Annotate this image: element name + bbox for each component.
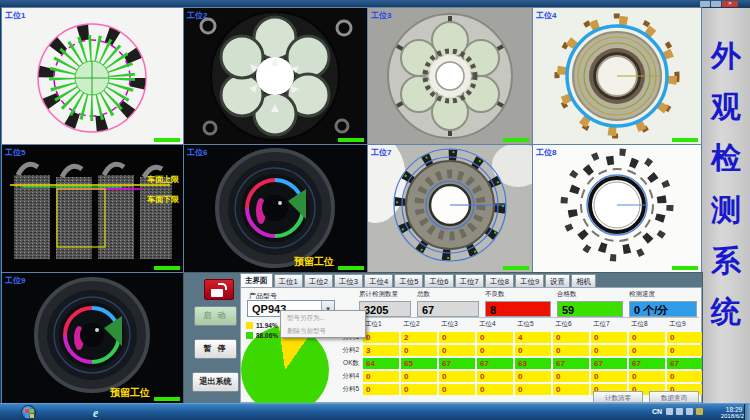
app-title-char: 系 bbox=[711, 246, 741, 276]
table-cell: 0 bbox=[591, 332, 627, 343]
status-bar-green bbox=[338, 266, 364, 270]
windows-flag-icon bbox=[25, 409, 29, 413]
start-button[interactable]: 启 动 bbox=[194, 306, 237, 326]
stat-label: 不良数 bbox=[485, 290, 551, 299]
camera-view-station6[interactable]: 工位6 预留工位 bbox=[184, 145, 367, 272]
app-title-char: 检 bbox=[711, 143, 741, 173]
station-label: 工位2 bbox=[187, 10, 207, 21]
status-bar-green bbox=[338, 138, 364, 142]
status-bar-green bbox=[154, 397, 180, 401]
table-cell: 0 bbox=[591, 371, 627, 382]
tab-相机[interactable]: 相机 bbox=[571, 274, 596, 287]
stat-4: 检测速度0 个/分 bbox=[629, 290, 697, 317]
status-bar-green bbox=[672, 138, 698, 142]
control-panel: 启 动 暂 停 退出系统 主界面工位1工位2工位3工位4工位5工位6工位7工位8… bbox=[184, 273, 702, 403]
table-cell: 0 bbox=[439, 332, 475, 343]
windows-flag-icon bbox=[25, 414, 29, 418]
tab-工位6[interactable]: 工位6 bbox=[424, 274, 453, 287]
column-header: 工位2 bbox=[401, 320, 437, 329]
lock-body-icon bbox=[211, 289, 223, 297]
language-indicator[interactable]: CN bbox=[652, 408, 662, 415]
table-cell: 0 bbox=[439, 384, 475, 395]
column-header: 工位1 bbox=[363, 320, 399, 329]
exit-system-button[interactable]: 退出系统 bbox=[192, 372, 239, 392]
camera-view-station7[interactable]: 工位7 bbox=[368, 145, 532, 272]
tab-工位2[interactable]: 工位2 bbox=[304, 274, 333, 287]
tray-icon[interactable] bbox=[686, 408, 693, 415]
column-header: 工位8 bbox=[629, 320, 665, 329]
clear-count-button[interactable]: 计数清零 bbox=[593, 391, 643, 403]
table-cell: 0 bbox=[363, 332, 399, 343]
camera-view-station4[interactable]: 工位4 bbox=[533, 8, 701, 144]
lower-limit-label: 车面下限 bbox=[147, 194, 179, 205]
tab-工位5[interactable]: 工位5 bbox=[394, 274, 423, 287]
status-bar-green bbox=[503, 266, 529, 270]
table-cell: 0 bbox=[477, 332, 513, 343]
side-profile-image bbox=[2, 145, 183, 272]
station-label: 工位6 bbox=[187, 147, 207, 158]
stat-value: 8 bbox=[485, 301, 551, 317]
stat-value: 67 bbox=[417, 301, 479, 317]
station-label: 工位1 bbox=[5, 10, 25, 21]
camera-view-station8[interactable]: 工位8 bbox=[533, 145, 701, 272]
close-icon[interactable]: × bbox=[722, 1, 738, 7]
gear-overlay-image bbox=[2, 8, 183, 144]
tab-设置[interactable]: 设置 bbox=[545, 274, 570, 287]
app-title-char: 统 bbox=[711, 297, 741, 327]
unlock-button[interactable] bbox=[204, 279, 234, 300]
table-cell: 0 bbox=[667, 371, 702, 382]
table-cell: 0 bbox=[477, 384, 513, 395]
tab-主界面[interactable]: 主界面 bbox=[240, 273, 273, 287]
tab-工位1[interactable]: 工位1 bbox=[274, 274, 303, 287]
status-bar-green bbox=[154, 138, 180, 142]
station-label: 工位8 bbox=[536, 147, 556, 158]
column-header: 工位7 bbox=[591, 320, 627, 329]
fixture-image bbox=[368, 8, 532, 144]
main-tab-content: 产品型号 QP943 ▾ 型号另存为... 删除当前型号 11.94%88.06… bbox=[240, 287, 702, 403]
table-cell: 67 bbox=[629, 358, 665, 369]
table-cell: 0 bbox=[515, 345, 551, 356]
maximize-button[interactable] bbox=[711, 1, 721, 7]
station-label: 工位4 bbox=[536, 10, 556, 21]
table-cell: 0 bbox=[515, 384, 551, 395]
tray-icon[interactable] bbox=[676, 408, 683, 415]
camera-view-station1[interactable]: 工位1 bbox=[2, 8, 183, 144]
table-cell: 2 bbox=[401, 332, 437, 343]
camera-view-station9[interactable]: 工位9 预留工位 bbox=[2, 273, 183, 403]
camera-view-station2[interactable]: 工位2 bbox=[184, 8, 367, 144]
stat-value: 3205 bbox=[359, 301, 411, 317]
menu-item-delete-model[interactable]: 删除当前型号 bbox=[281, 324, 365, 337]
tray-flag-icon[interactable] bbox=[696, 408, 703, 415]
ring-gear-image bbox=[533, 8, 701, 144]
status-bar-green bbox=[154, 266, 180, 270]
app-title-char: 测 bbox=[711, 195, 741, 225]
stats-row: 累计检测数量3205总数67不良数8合格数59检测速度0 个/分 bbox=[359, 290, 702, 317]
minimize-button[interactable] bbox=[700, 1, 710, 7]
table-cell: 67 bbox=[667, 358, 702, 369]
tab-工位9[interactable]: 工位9 bbox=[515, 274, 544, 287]
camera-view-station3[interactable]: 工位3 bbox=[368, 8, 532, 144]
internet-explorer-icon[interactable]: e bbox=[93, 406, 106, 419]
table-cell: 0 bbox=[439, 345, 475, 356]
legend-label: 88.06% bbox=[256, 332, 278, 339]
table-cell: 0 bbox=[629, 371, 665, 382]
app-title-char: 外 bbox=[711, 41, 741, 71]
menu-item-save-model-as[interactable]: 型号另存为... bbox=[281, 311, 365, 324]
table-cell: 0 bbox=[591, 345, 627, 356]
tab-工位4[interactable]: 工位4 bbox=[364, 274, 393, 287]
tab-工位3[interactable]: 工位3 bbox=[334, 274, 363, 287]
table-cell: 3 bbox=[363, 345, 399, 356]
data-query-button[interactable]: 数据查询 bbox=[649, 391, 699, 403]
camera-view-station5[interactable]: 工位5 车面上限 bbox=[2, 145, 183, 272]
app-window: × 工位1 工位2 bbox=[0, 0, 750, 420]
tray-icon[interactable] bbox=[666, 408, 673, 415]
table-cell: 0 bbox=[629, 345, 665, 356]
show-desktop-button[interactable] bbox=[744, 404, 750, 420]
station-label: 工位3 bbox=[371, 10, 391, 21]
pause-button[interactable]: 暂 停 bbox=[194, 339, 237, 359]
table-cell: 0 bbox=[667, 345, 702, 356]
tab-工位7[interactable]: 工位7 bbox=[455, 274, 484, 287]
tab-工位8[interactable]: 工位8 bbox=[485, 274, 514, 287]
start-button-orb[interactable] bbox=[21, 405, 36, 420]
stat-label: 检测速度 bbox=[629, 290, 697, 299]
